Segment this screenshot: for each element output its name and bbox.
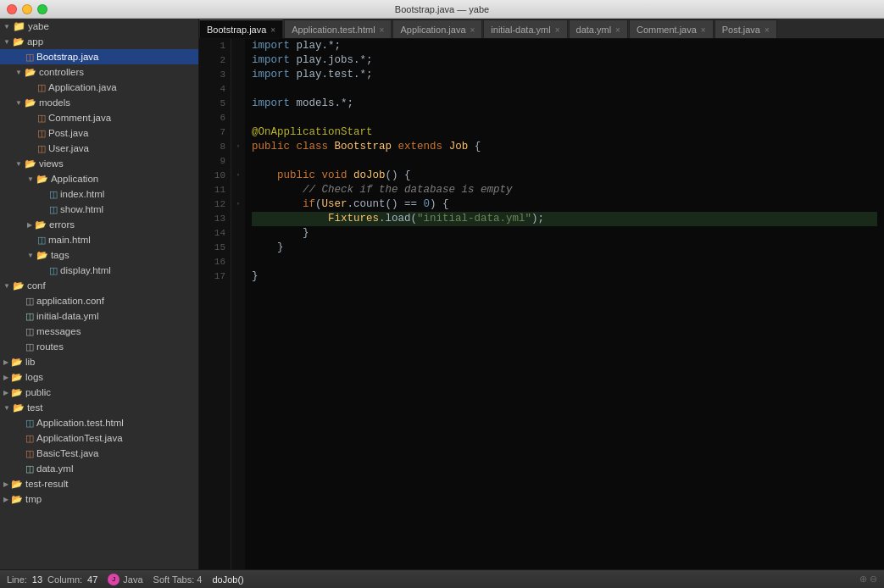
fold-3 — [231, 68, 245, 82]
code-line-9 — [252, 154, 877, 169]
code-line-2: import play.jobs.*; — [252, 53, 877, 68]
tab-close[interactable]: × — [764, 25, 770, 35]
tree-item-show-html[interactable]: ◫show.html — [0, 202, 198, 217]
tree-item-main-html[interactable]: ◫main.html — [0, 232, 198, 247]
code-line-4 — [252, 82, 877, 97]
fold-11 — [231, 183, 245, 197]
code-line-12: if(User.count() == 0) { — [252, 197, 877, 212]
minimize-button[interactable] — [22, 4, 32, 14]
editor-area: Bootstrap.java × Application.test.html ×… — [199, 19, 884, 569]
fold-7 — [231, 125, 245, 140]
code-line-5: import models.*; — [252, 97, 877, 111]
fold-gutter: ◦◦◦ — [231, 39, 245, 569]
file-tree: ▼📁yabe▼📂app◫Bootstrap.java▼📂controllers◫… — [0, 19, 199, 569]
tree-item-lib[interactable]: ▶📂lib — [0, 354, 198, 369]
tab-Comment-java[interactable]: Comment.java × — [629, 19, 714, 38]
tab-close[interactable]: × — [615, 25, 620, 35]
tab-label: Post.java — [722, 25, 760, 35]
code-line-8: public class Bootstrap extends Job { — [252, 140, 877, 154]
tree-item-display-html[interactable]: ◫display.html — [0, 263, 198, 278]
tab-label: Application.java — [400, 25, 465, 35]
tree-item-initial-data-yml[interactable]: ◫initial-data.yml — [0, 308, 198, 324]
window-controls[interactable] — [7, 4, 47, 14]
tree-item-tags[interactable]: ▼📂tags — [0, 247, 198, 263]
code-line-15: } — [252, 241, 877, 255]
line-number-10: 10 — [204, 169, 225, 183]
tab-label: initial-data.yml — [491, 25, 550, 35]
fold-9 — [231, 154, 245, 169]
tab-close[interactable]: × — [380, 25, 385, 35]
tree-item-Comment-java[interactable]: ◫Comment.java — [0, 110, 198, 125]
status-method: doJob() — [212, 574, 243, 585]
tree-item-conf[interactable]: ▼📂conf — [0, 278, 198, 293]
tree-item-app[interactable]: ▼📂app — [0, 34, 198, 49]
line-number-9: 9 — [204, 154, 225, 169]
tree-item-tmp[interactable]: ▶📂tmp — [0, 491, 198, 507]
line-number-6: 6 — [204, 111, 225, 125]
code-editor[interactable]: 1234567891011121314151617 ◦◦◦ import pla… — [199, 39, 884, 569]
line-number-12: 12 — [204, 197, 225, 212]
fold-2 — [231, 53, 245, 68]
tree-item-Application-java[interactable]: ◫Application.java — [0, 80, 198, 95]
line-number-2: 2 — [204, 53, 225, 68]
code-line-16 — [252, 255, 877, 269]
tree-item-Application[interactable]: ▼📂Application — [0, 171, 198, 186]
tree-item-BasicTest-java[interactable]: ◫BasicTest.java — [0, 446, 198, 461]
tree-item-Post-java[interactable]: ◫Post.java — [0, 125, 198, 141]
tree-item-application-conf[interactable]: ◫application.conf — [0, 293, 198, 308]
line-number-15: 15 — [204, 241, 225, 255]
tab-bar: Bootstrap.java × Application.test.html ×… — [199, 19, 884, 39]
line-number-13: 13 — [204, 212, 225, 226]
tree-item-public[interactable]: ▶📂public — [0, 385, 198, 400]
tab-close[interactable]: × — [555, 25, 560, 35]
status-right-icons: ⊕ ⊖ — [859, 574, 877, 585]
tree-item-views[interactable]: ▼📂views — [0, 156, 198, 171]
fold-1 — [231, 39, 245, 53]
code-line-7: @OnApplicationStart — [252, 125, 877, 140]
status-softtabs: Soft Tabs: 4 — [153, 574, 203, 585]
tab-label: Comment.java — [637, 25, 697, 35]
code-line-1: import play.*; — [252, 39, 877, 53]
line-number-16: 16 — [204, 255, 225, 269]
tree-item-routes[interactable]: ◫routes — [0, 339, 198, 354]
tab-Bootstrap-java[interactable]: Bootstrap.java × — [199, 19, 283, 38]
tree-item-index-html[interactable]: ◫index.html — [0, 186, 198, 202]
fold-15 — [231, 241, 245, 255]
tree-item-models[interactable]: ▼📂models — [0, 95, 198, 110]
line-number-5: 5 — [204, 97, 225, 111]
tab-Application-java[interactable]: Application.java × — [392, 19, 482, 38]
tree-item-test[interactable]: ▼📂test — [0, 400, 198, 415]
tree-item-data-yml[interactable]: ◫data.yml — [0, 461, 198, 476]
tab-label: Bootstrap.java — [207, 25, 266, 35]
tab-close[interactable]: × — [470, 25, 475, 35]
tree-item-Application-test-html[interactable]: ◫Application.test.html — [0, 415, 198, 430]
line-number-4: 4 — [204, 82, 225, 97]
fold-4 — [231, 82, 245, 97]
fold-10: ◦ — [231, 169, 245, 183]
tree-item-controllers[interactable]: ▼📂controllers — [0, 64, 198, 80]
tab-Post-java[interactable]: Post.java × — [714, 19, 777, 38]
close-button[interactable] — [7, 4, 17, 14]
tab-Application-test-html[interactable]: Application.test.html × — [284, 19, 392, 38]
tree-item-logs[interactable]: ▶📂logs — [0, 369, 198, 385]
tree-item-Bootstrap-java[interactable]: ◫Bootstrap.java — [0, 49, 198, 64]
code-line-17: } — [252, 269, 877, 284]
status-position: Line: 13 Column: 47 — [7, 574, 97, 585]
maximize-button[interactable] — [37, 4, 47, 14]
line-number-1: 1 — [204, 39, 225, 53]
fold-5 — [231, 97, 245, 111]
tree-item-yabe[interactable]: ▼📁yabe — [0, 19, 198, 34]
tree-item-messages[interactable]: ◫messages — [0, 324, 198, 339]
tree-item-ApplicationTest-java[interactable]: ◫ApplicationTest.java — [0, 430, 198, 446]
tab-data-yml[interactable]: data.yml × — [569, 19, 628, 38]
code-content: import play.*;import play.jobs.*;import … — [245, 39, 884, 569]
tab-close[interactable]: × — [701, 25, 706, 35]
tree-item-errors[interactable]: ▶📂errors — [0, 217, 198, 232]
tab-initial-data-yml[interactable]: initial-data.yml × — [483, 19, 567, 38]
tab-close[interactable]: × — [270, 25, 275, 35]
fold-8: ◦ — [231, 140, 245, 154]
tree-item-User-java[interactable]: ◫User.java — [0, 141, 198, 156]
fold-12: ◦ — [231, 197, 245, 212]
tree-item-test-result[interactable]: ▶📂test-result — [0, 476, 198, 491]
code-line-10: public void doJob() { — [252, 169, 877, 183]
